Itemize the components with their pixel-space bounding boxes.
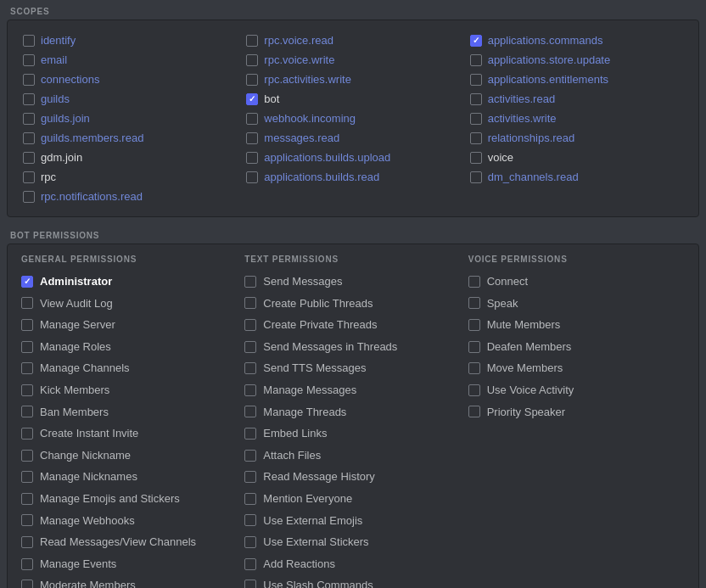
scope-item-relationships_read: relationships.read <box>465 128 688 148</box>
scope-label-messages_read: messages.read <box>264 132 339 144</box>
perm-checkbox-speak[interactable] <box>468 297 480 309</box>
perm-checkbox-ban_members[interactable] <box>21 406 33 417</box>
checkbox-voice[interactable] <box>470 152 482 164</box>
scope-label-webhook_incoming: webhook.incoming <box>264 112 356 125</box>
checkbox-guilds_join[interactable] <box>23 113 35 125</box>
checkbox-gdm_join[interactable] <box>23 152 35 164</box>
perm-checkbox-manage_nicknames[interactable] <box>21 471 33 483</box>
perm-checkbox-use_slash_commands[interactable] <box>244 580 256 588</box>
perm-label-read_messages_view_channels: Read Messages/View Channels <box>40 535 196 549</box>
checkbox-applications_builds_upload[interactable] <box>246 152 258 164</box>
perm-item-manage_webhooks: Manage Webhooks <box>18 510 241 532</box>
scope-label-applications_commands: applications.commands <box>488 34 603 47</box>
checkbox-rpc_voice_write[interactable] <box>246 54 258 66</box>
checkbox-applications_store_update[interactable] <box>470 54 482 66</box>
perm-label-manage_events: Manage Events <box>40 557 116 571</box>
text-permissions-col: Send MessagesCreate Public ThreadsCreate… <box>241 271 464 588</box>
scope-item-rpc_voice_write: rpc.voice.write <box>241 50 464 70</box>
perm-checkbox-kick_members[interactable] <box>21 384 33 396</box>
perm-item-manage_threads: Manage Threads <box>241 401 464 423</box>
perm-checkbox-use_external_emojis[interactable] <box>244 514 256 526</box>
perm-item-mention_everyone: Mention Everyone <box>241 488 464 510</box>
checkbox-applications_entitlements[interactable] <box>470 74 482 86</box>
perm-label-administrator: Administrator <box>40 275 112 288</box>
perm-label-send_messages: Send Messages <box>263 275 342 288</box>
perm-checkbox-read_message_history[interactable] <box>244 471 256 483</box>
scope-item-applications_builds_read: applications.builds.read <box>241 167 464 187</box>
checkbox-messages_read[interactable] <box>246 132 258 144</box>
perm-checkbox-create_private_threads[interactable] <box>244 319 256 331</box>
perm-checkbox-manage_roles[interactable] <box>21 341 33 353</box>
checkbox-guilds_members_read[interactable] <box>23 132 35 144</box>
perm-checkbox-view_audit_log[interactable] <box>21 297 33 309</box>
scope-item-activities_write: activities.write <box>465 109 688 128</box>
perm-label-moderate_members: Moderate Members <box>40 579 136 588</box>
checkbox-email[interactable] <box>23 54 35 66</box>
scope-label-rpc_voice_write: rpc.voice.write <box>264 53 334 66</box>
checkbox-rpc_notifications_read[interactable] <box>23 191 35 203</box>
perm-checkbox-embed_links[interactable] <box>244 428 256 440</box>
perm-checkbox-read_messages_view_channels[interactable] <box>21 536 33 548</box>
perm-checkbox-administrator[interactable] <box>21 276 33 288</box>
perm-checkbox-add_reactions[interactable] <box>244 558 256 570</box>
checkbox-relationships_read[interactable] <box>470 132 482 144</box>
perm-checkbox-attach_files[interactable] <box>244 450 256 462</box>
perm-checkbox-deafen_members[interactable] <box>468 341 480 353</box>
perm-item-manage_emojis_stickers: Manage Emojis and Stickers <box>18 488 241 510</box>
perm-item-manage_channels: Manage Channels <box>18 357 241 379</box>
perm-checkbox-manage_threads[interactable] <box>244 406 256 417</box>
scope-label-email: email <box>41 53 67 66</box>
scope-item-rpc_activities_write: rpc.activities.write <box>241 70 464 89</box>
checkbox-identify[interactable] <box>23 35 35 47</box>
perm-checkbox-mute_members[interactable] <box>468 319 480 331</box>
perm-item-send_tts_messages: Send TTS Messages <box>241 357 464 379</box>
checkbox-webhook_incoming[interactable] <box>246 113 258 125</box>
perm-item-mute_members: Mute Members <box>465 314 688 336</box>
checkbox-applications_builds_read[interactable] <box>246 171 258 183</box>
perm-checkbox-manage_channels[interactable] <box>21 362 33 374</box>
checkbox-activities_read[interactable] <box>470 93 482 105</box>
perm-checkbox-change_nickname[interactable] <box>21 450 33 462</box>
perm-item-manage_server: Manage Server <box>18 314 241 336</box>
checkbox-dm_channels_read[interactable] <box>470 171 482 183</box>
perm-checkbox-send_tts_messages[interactable] <box>244 362 256 374</box>
checkbox-applications_commands[interactable] <box>470 35 482 47</box>
perm-checkbox-manage_emojis_stickers[interactable] <box>21 493 33 505</box>
perm-checkbox-move_members[interactable] <box>468 362 480 374</box>
scope-item-messages_read: messages.read <box>241 128 464 148</box>
scopes-grid: identifyemailconnectionsguildsguilds.joi… <box>18 31 688 206</box>
perm-checkbox-create_instant_invite[interactable] <box>21 428 33 440</box>
perm-item-attach_files: Attach Files <box>241 445 464 467</box>
checkbox-connections[interactable] <box>23 74 35 86</box>
checkbox-rpc[interactable] <box>23 171 35 183</box>
checkbox-activities_write[interactable] <box>470 113 482 125</box>
perm-checkbox-manage_events[interactable] <box>21 558 33 570</box>
perm-checkbox-manage_messages[interactable] <box>244 384 256 396</box>
perm-label-create_instant_invite: Create Instant Invite <box>40 427 138 440</box>
checkbox-guilds[interactable] <box>23 93 35 105</box>
checkbox-rpc_voice_read[interactable] <box>246 35 258 47</box>
scope-label-relationships_read: relationships.read <box>488 132 575 144</box>
checkbox-rpc_activities_write[interactable] <box>246 74 258 86</box>
scope-item-dm_channels_read: dm_channels.read <box>465 167 688 187</box>
perm-checkbox-manage_webhooks[interactable] <box>21 514 33 526</box>
general-permissions-col: AdministratorView Audit LogManage Server… <box>18 271 241 588</box>
scope-label-activities_write: activities.write <box>488 112 557 125</box>
perm-checkbox-send_messages_in_threads[interactable] <box>244 341 256 353</box>
scope-label-voice: voice <box>488 151 513 164</box>
perm-label-use_slash_commands: Use Slash Commands <box>263 579 373 588</box>
perm-label-read_message_history: Read Message History <box>263 470 375 484</box>
scopes-section-label: SCOPES <box>0 0 706 20</box>
perm-checkbox-priority_speaker[interactable] <box>468 406 480 417</box>
perm-checkbox-create_public_threads[interactable] <box>244 297 256 309</box>
perm-item-manage_events: Manage Events <box>18 553 241 575</box>
perm-checkbox-send_messages[interactable] <box>244 276 256 288</box>
perm-checkbox-use_external_stickers[interactable] <box>244 536 256 548</box>
perm-checkbox-use_voice_activity[interactable] <box>468 384 480 396</box>
perm-checkbox-mention_everyone[interactable] <box>244 493 256 505</box>
perm-checkbox-manage_server[interactable] <box>21 319 33 331</box>
checkbox-bot[interactable] <box>246 93 258 105</box>
perm-checkbox-moderate_members[interactable] <box>21 580 33 588</box>
perm-checkbox-connect[interactable] <box>468 276 480 288</box>
general-permissions-header: GENERAL PERMISSIONS <box>18 255 241 264</box>
